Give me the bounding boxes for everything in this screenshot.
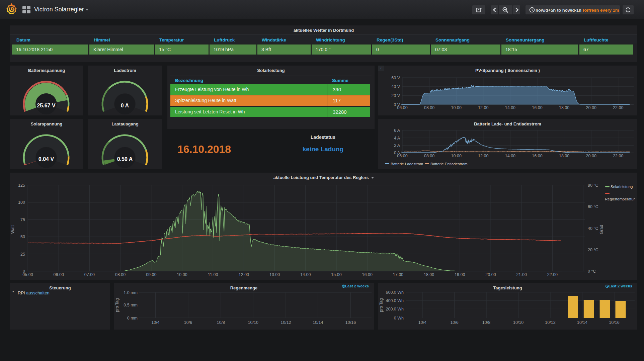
svg-text:10/12: 10/12 — [545, 320, 555, 325]
svg-text:06:00: 06:00 — [397, 154, 407, 158]
svg-text:4 A: 4 A — [394, 136, 400, 141]
svg-text:10:00: 10:00 — [177, 272, 187, 277]
svg-text:13:00: 13:00 — [269, 272, 280, 277]
svg-text:18:00: 18:00 — [559, 105, 569, 110]
svg-text:10/12: 10/12 — [280, 320, 291, 325]
svg-text:75: 75 — [20, 217, 25, 222]
svg-text:1.0 mm: 1.0 mm — [124, 290, 138, 295]
svg-text:Solarleistung: Solarleistung — [611, 185, 633, 189]
svg-text:08:00: 08:00 — [115, 272, 126, 277]
svg-text:60 V: 60 V — [391, 76, 400, 80]
svg-text:22:00: 22:00 — [613, 105, 623, 110]
svg-text:12:00: 12:00 — [478, 154, 488, 158]
svg-text:10/16: 10/16 — [345, 320, 356, 325]
svg-text:10:00: 10:00 — [451, 154, 462, 158]
svg-text:pro Tag: pro Tag — [115, 298, 119, 312]
svg-text:20 °C: 20 °C — [588, 248, 598, 252]
svg-text:80 °C: 80 °C — [588, 183, 598, 188]
svg-text:08:00: 08:00 — [424, 105, 434, 110]
svg-text:14:00: 14:00 — [300, 272, 311, 277]
svg-text:Batterie.Ladestrom: Batterie.Ladestrom — [391, 162, 423, 166]
svg-text:10/4: 10/4 — [418, 320, 426, 325]
svg-text:10/8: 10/8 — [482, 320, 490, 325]
svg-text:10/6: 10/6 — [450, 320, 458, 325]
svg-text:16:00: 16:00 — [362, 272, 373, 277]
svg-text:25.67 V: 25.67 V — [37, 103, 55, 108]
svg-text:20 V: 20 V — [391, 93, 400, 98]
svg-text:0.5 mm: 0.5 mm — [124, 303, 138, 307]
svg-text:12:00: 12:00 — [478, 105, 488, 110]
svg-text:07:00: 07:00 — [84, 272, 95, 277]
svg-text:2 A: 2 A — [394, 143, 400, 148]
svg-text:10/10: 10/10 — [513, 320, 524, 325]
svg-text:14:00: 14:00 — [505, 154, 515, 158]
svg-text:Grad: Grad — [599, 225, 604, 234]
svg-text:10:00: 10:00 — [451, 105, 462, 110]
svg-text:25: 25 — [20, 252, 25, 257]
svg-text:15:00: 15:00 — [331, 272, 341, 277]
svg-text:0.50 A: 0.50 A — [117, 156, 133, 162]
svg-text:40 V: 40 V — [391, 84, 400, 89]
svg-text:0 mm: 0 mm — [127, 316, 138, 321]
svg-text:06:00: 06:00 — [397, 105, 407, 110]
svg-text:09:00: 09:00 — [146, 272, 156, 277]
svg-text:10/16: 10/16 — [609, 320, 619, 325]
svg-text:18:00: 18:00 — [559, 154, 569, 158]
svg-text:17:00: 17:00 — [393, 272, 403, 277]
svg-text:100: 100 — [18, 200, 25, 205]
svg-text:200.0 Wh: 200.0 Wh — [386, 307, 404, 311]
svg-text:16:00: 16:00 — [532, 154, 542, 158]
svg-text:14:00: 14:00 — [505, 105, 515, 110]
svg-text:50: 50 — [20, 235, 25, 239]
svg-text:08:00: 08:00 — [424, 154, 434, 158]
svg-text:10/14: 10/14 — [313, 320, 323, 325]
svg-text:11:00: 11:00 — [208, 272, 218, 277]
svg-text:20:00: 20:00 — [586, 154, 596, 158]
svg-text:pro Tag: pro Tag — [379, 298, 384, 312]
svg-text:21:00: 21:00 — [516, 272, 527, 277]
svg-text:40 °C: 40 °C — [588, 226, 598, 231]
svg-text:19:00: 19:00 — [455, 272, 465, 277]
svg-text:10/4: 10/4 — [151, 320, 159, 325]
svg-text:6 A: 6 A — [394, 128, 400, 133]
svg-text:0 °C: 0 °C — [588, 269, 596, 274]
svg-text:20:00: 20:00 — [485, 272, 496, 277]
svg-text:22:00: 22:00 — [613, 154, 623, 158]
svg-text:10/10: 10/10 — [248, 320, 258, 325]
svg-text:10/6: 10/6 — [184, 320, 192, 325]
svg-text:400.0 Wh: 400.0 Wh — [386, 298, 404, 303]
svg-text:16:00: 16:00 — [532, 105, 542, 110]
svg-text:0 A: 0 A — [121, 103, 129, 108]
svg-text:10/14: 10/14 — [577, 320, 587, 325]
svg-text:125: 125 — [18, 183, 25, 188]
svg-text:20:00: 20:00 — [586, 105, 596, 110]
svg-text:60 °C: 60 °C — [588, 204, 598, 209]
svg-text:Reglertemperatur: Reglertemperatur — [605, 197, 635, 201]
svg-text:0.04 V: 0.04 V — [38, 156, 54, 162]
svg-text:06:00: 06:00 — [54, 272, 64, 277]
svg-text:10/8: 10/8 — [217, 320, 225, 325]
svg-text:05:00: 05:00 — [22, 272, 33, 277]
svg-text:22:00: 22:00 — [547, 272, 558, 277]
svg-text:Batterie.Entladestrom: Batterie.Entladestrom — [430, 162, 468, 166]
svg-text:600.0 Wh: 600.0 Wh — [386, 290, 404, 295]
svg-text:Watt: Watt — [10, 225, 15, 234]
svg-text:18:00: 18:00 — [424, 272, 434, 277]
svg-text:0 Wh: 0 Wh — [394, 316, 404, 321]
svg-text:12:00: 12:00 — [239, 272, 249, 277]
